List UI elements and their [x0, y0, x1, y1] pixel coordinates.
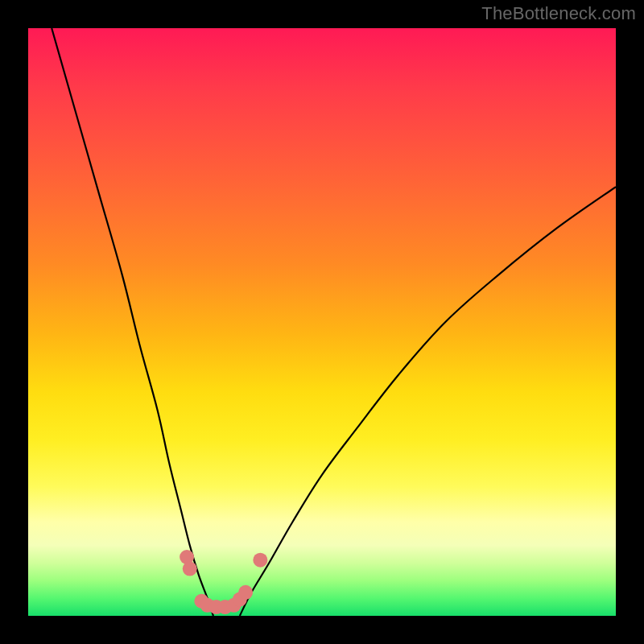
chart-container: TheBottleneck.com [0, 0, 644, 644]
left-curve [52, 28, 213, 616]
plot-area [28, 28, 616, 616]
trough-marker [253, 553, 267, 568]
trough-markers [180, 550, 267, 614]
trough-marker [238, 585, 253, 600]
trough-marker [183, 562, 197, 576]
right-curve [240, 187, 616, 616]
attribution-text: TheBottleneck.com [481, 3, 636, 24]
chart-svg [28, 28, 616, 616]
